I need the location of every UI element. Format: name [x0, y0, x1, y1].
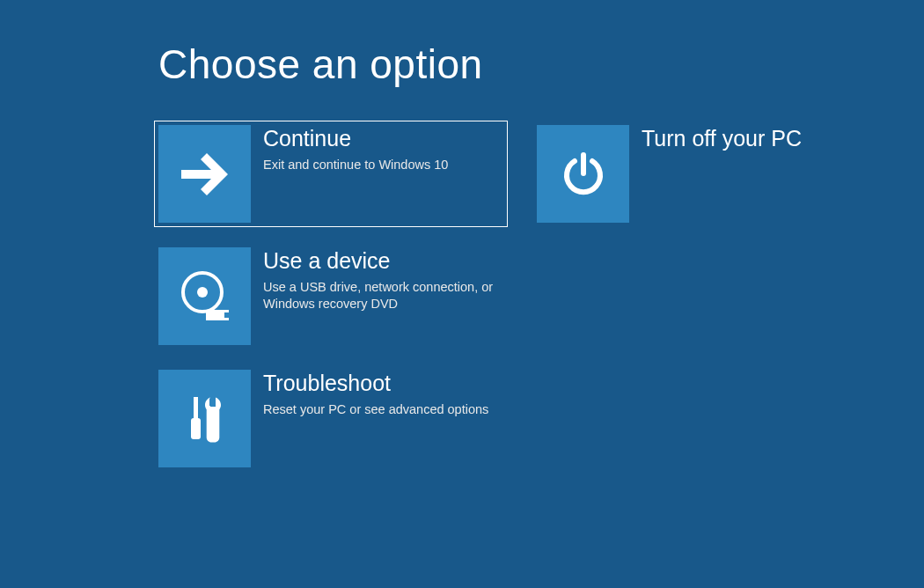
troubleshoot-tile [158, 370, 251, 467]
disc-usb-icon [178, 271, 232, 322]
svg-rect-3 [224, 312, 230, 318]
option-turn-off[interactable]: Turn off your PC [537, 125, 889, 223]
option-use-device[interactable]: Use a device Use a USB drive, network co… [158, 247, 510, 345]
option-continue[interactable]: Continue Exit and continue to Windows 10 [155, 121, 507, 226]
use-device-tile [158, 247, 251, 345]
continue-tile [158, 125, 251, 223]
page-title: Choose an option [158, 40, 924, 88]
turn-off-tile [537, 125, 629, 223]
option-troubleshoot[interactable]: Troubleshoot Reset your PC or see advanc… [158, 370, 510, 467]
arrow-right-icon [180, 151, 231, 198]
tools-icon [181, 393, 229, 445]
option-troubleshoot-subtitle: Reset your PC or see advanced options [263, 401, 510, 419]
option-use-device-title: Use a device [263, 249, 510, 274]
svg-rect-4 [194, 397, 198, 418]
svg-point-1 [197, 287, 208, 298]
option-turn-off-title: Turn off your PC [642, 127, 889, 151]
options-grid: Continue Exit and continue to Windows 10… [158, 125, 924, 467]
power-icon [561, 151, 606, 197]
option-continue-subtitle: Exit and continue to Windows 10 [263, 157, 503, 174]
svg-rect-6 [210, 397, 216, 407]
option-use-device-subtitle: Use a USB drive, network connection, or … [263, 279, 510, 313]
svg-rect-5 [191, 418, 201, 439]
option-continue-title: Continue [263, 127, 503, 151]
option-troubleshoot-title: Troubleshoot [263, 371, 510, 396]
